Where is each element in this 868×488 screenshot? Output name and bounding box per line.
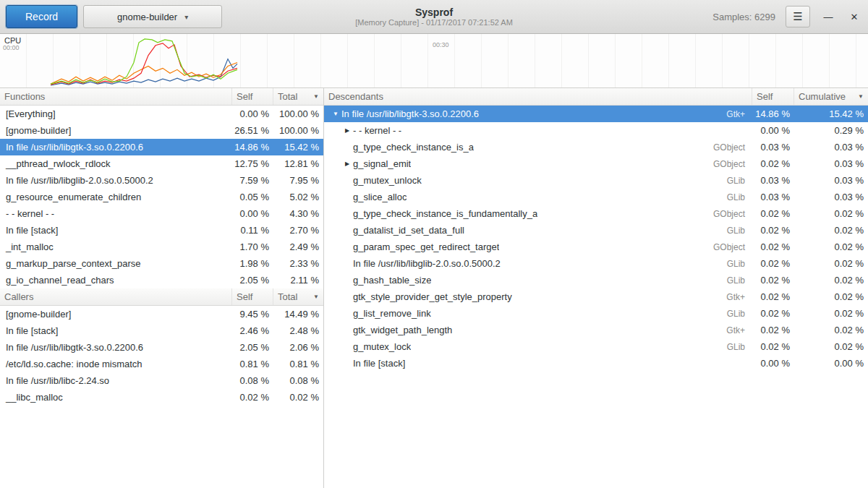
- record-button[interactable]: Record: [6, 5, 77, 28]
- table-row[interactable]: In file /usr/lib/libc-2.24.so0.08 %0.08 …: [0, 372, 323, 389]
- table-row[interactable]: In file /usr/lib/libglib-2.0.so.0.5000.2…: [0, 172, 323, 189]
- descendants-self-column-header[interactable]: Self: [752, 88, 794, 105]
- cumulative-percent: 0.02 %: [794, 291, 868, 302]
- table-row[interactable]: g_list_remove_linkGLib0.02 %0.02 %: [324, 305, 868, 322]
- process-selector-label: gnome-builder: [117, 12, 177, 22]
- callers-header: Callers Self Total ▼: [0, 288, 323, 306]
- functions-total-label: Total: [278, 91, 297, 102]
- functions-total-column-header[interactable]: Total ▼: [273, 88, 323, 105]
- callers-column-header[interactable]: Callers: [0, 288, 232, 305]
- descendant-name-cell: In file /usr/lib/libglib-2.0.so.0.5000.2…: [324, 258, 752, 269]
- total-percent: 0.08 %: [273, 375, 323, 386]
- self-percent: 0.02 %: [752, 341, 794, 352]
- expander-open-icon[interactable]: ▼: [330, 111, 341, 117]
- descendant-name-cell: In file [stack]: [324, 358, 752, 369]
- library-badge: GLib: [727, 192, 752, 202]
- self-percent: 7.59 %: [232, 175, 273, 186]
- table-row[interactable]: - - kernel - -0.00 %4.30 %: [0, 205, 323, 222]
- table-row[interactable]: [Everything]0.00 %100.00 %: [0, 106, 323, 122]
- close-button[interactable]: ✕: [846, 9, 862, 25]
- total-percent: 100.00 %: [273, 108, 323, 119]
- library-badge: GLib: [727, 275, 752, 286]
- functions-self-column-header[interactable]: Self: [232, 88, 273, 105]
- total-percent: 0.81 %: [273, 359, 323, 369]
- descendant-name-cell: g_mutex_lockGLib: [324, 341, 752, 352]
- self-percent: 0.02 %: [752, 258, 794, 269]
- table-row[interactable]: g_resource_enumerate_children0.05 %5.02 …: [0, 189, 323, 205]
- self-percent: 1.70 %: [232, 241, 273, 252]
- table-row[interactable]: __libc_malloc0.02 %0.02 %: [0, 389, 323, 406]
- total-percent: 15.42 %: [273, 142, 323, 153]
- total-percent: 14.49 %: [273, 309, 323, 320]
- table-row[interactable]: gtk_style_provider_get_style_propertyGtk…: [324, 288, 868, 305]
- table-row[interactable]: g_datalist_id_set_data_fullGLib0.02 %0.0…: [324, 222, 868, 239]
- table-row[interactable]: In file [stack]0.11 %2.70 %: [0, 222, 323, 239]
- table-row[interactable]: g_mutex_unlockGLib0.03 %0.03 %: [324, 172, 868, 189]
- table-row[interactable]: In file /usr/lib/libglib-2.0.so.0.5000.2…: [324, 255, 868, 272]
- cumulative-percent: 0.02 %: [794, 208, 868, 219]
- table-row[interactable]: In file [stack]0.00 %0.00 %: [324, 355, 868, 372]
- table-row[interactable]: ▶- - kernel - -0.00 %0.29 %: [324, 122, 868, 139]
- cumulative-percent: 0.03 %: [794, 158, 868, 169]
- callers-self-column-header[interactable]: Self: [232, 288, 273, 305]
- table-row[interactable]: [gnome-builder]26.51 %100.00 %: [0, 122, 323, 139]
- table-row[interactable]: g_type_check_instance_is_fundamentally_a…: [324, 205, 868, 222]
- self-percent: 0.00 %: [752, 358, 794, 369]
- cumulative-percent: 0.29 %: [794, 125, 868, 136]
- self-percent: 0.00 %: [232, 108, 273, 119]
- descendants-header: Descendants Self Cumulative ▼: [324, 88, 868, 106]
- function-name: gtk_style_provider_get_style_property: [353, 291, 512, 302]
- expander-closed-icon[interactable]: ▶: [341, 160, 353, 167]
- total-percent: 2.33 %: [273, 258, 323, 269]
- cumulative-percent: 0.00 %: [794, 358, 868, 369]
- table-row[interactable]: g_slice_allocGLib0.03 %0.03 %: [324, 189, 868, 205]
- function-name: gtk_widget_path_length: [353, 325, 452, 335]
- table-row[interactable]: g_param_spec_get_redirect_targetGObject0…: [324, 239, 868, 255]
- table-row[interactable]: _int_malloc1.70 %2.49 %: [0, 239, 323, 255]
- function-name: [gnome-builder]: [0, 309, 232, 320]
- self-percent: 26.51 %: [232, 125, 273, 136]
- function-name: g_resource_enumerate_children: [0, 192, 232, 202]
- function-name: g_type_check_instance_is_a: [353, 142, 474, 153]
- table-row[interactable]: /etc/ld.so.cache: inode mismatch0.81 %0.…: [0, 356, 323, 372]
- time-tick-start: 00:00: [3, 44, 20, 51]
- expander-closed-icon[interactable]: ▶: [341, 127, 353, 134]
- cumulative-percent: 0.02 %: [794, 258, 868, 269]
- table-row[interactable]: g_io_channel_read_chars2.05 %2.11 %: [0, 272, 323, 288]
- self-percent: 0.03 %: [752, 175, 794, 186]
- table-row[interactable]: __pthread_rwlock_rdlock12.75 %12.81 %: [0, 155, 323, 172]
- callers-total-column-header[interactable]: Total ▼: [273, 288, 323, 305]
- function-name: In file [stack]: [353, 358, 405, 369]
- sysprof-window: Record gnome-builder ▾ Sysprof [Memory C…: [0, 0, 868, 488]
- descendant-name-cell: ▼In file /usr/lib/libgtk-3.so.0.2200.6Gt…: [324, 108, 752, 119]
- table-row[interactable]: g_type_check_instance_is_aGObject0.03 %0…: [324, 139, 868, 155]
- process-selector-dropdown[interactable]: gnome-builder ▾: [83, 5, 222, 28]
- self-percent: 0.02 %: [752, 275, 794, 286]
- menu-button[interactable]: ☰: [786, 6, 810, 27]
- cumulative-percent: 0.02 %: [794, 325, 868, 335]
- table-row[interactable]: g_hash_table_sizeGLib0.02 %0.02 %: [324, 272, 868, 288]
- table-row[interactable]: In file /usr/lib/libgtk-3.so.0.2200.62.0…: [0, 339, 323, 356]
- minimize-button[interactable]: —: [820, 9, 836, 25]
- table-row[interactable]: ▶g_signal_emitGObject0.02 %0.03 %: [324, 155, 868, 172]
- function-name: g_mutex_unlock: [353, 175, 422, 186]
- library-badge: GLib: [727, 259, 752, 269]
- function-name: In file /usr/lib/libgtk-3.so.0.2200.6: [0, 342, 232, 353]
- function-name: - - kernel - -: [353, 125, 401, 136]
- total-percent: 2.48 %: [273, 325, 323, 336]
- table-row[interactable]: ▼In file /usr/lib/libgtk-3.so.0.2200.6Gt…: [324, 106, 868, 122]
- sort-arrow-icon: ▼: [313, 93, 319, 100]
- descendants-cumulative-column-header[interactable]: Cumulative ▼: [794, 88, 868, 105]
- table-row[interactable]: [gnome-builder]9.45 %14.49 %: [0, 306, 323, 322]
- functions-column-header[interactable]: Functions: [0, 88, 232, 105]
- table-row[interactable]: In file /usr/lib/libgtk-3.so.0.2200.614.…: [0, 139, 323, 155]
- sort-arrow-icon: ▼: [858, 93, 864, 100]
- table-row[interactable]: g_markup_parse_context_parse1.98 %2.33 %: [0, 255, 323, 272]
- descendants-column-header[interactable]: Descendants: [324, 88, 752, 105]
- function-name: g_mutex_lock: [353, 341, 411, 352]
- cpu-graph[interactable]: CPU 00:00 00:30: [0, 34, 868, 88]
- library-badge: GObject: [713, 209, 752, 219]
- table-row[interactable]: g_mutex_lockGLib0.02 %0.02 %: [324, 338, 868, 355]
- table-row[interactable]: In file [stack]2.46 %2.48 %: [0, 322, 323, 339]
- table-row[interactable]: gtk_widget_path_lengthGtk+0.02 %0.02 %: [324, 322, 868, 338]
